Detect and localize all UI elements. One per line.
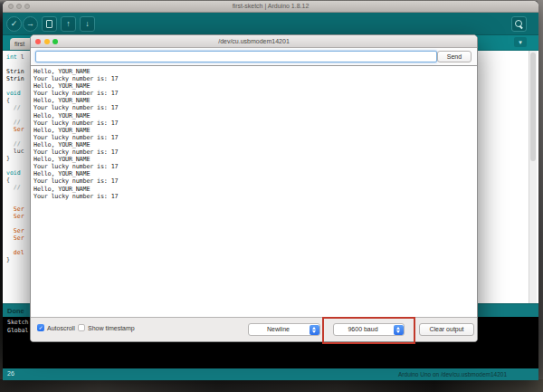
serial-window-title: /dev/cu.usbmodem14201 bbox=[218, 35, 290, 47]
code-line: // bbox=[6, 140, 24, 148]
code-line bbox=[6, 82, 24, 90]
code-line: void bbox=[6, 90, 24, 97]
code-line: // bbox=[6, 119, 24, 126]
code-line: } bbox=[6, 155, 24, 162]
baud-rate-value: 9600 baud bbox=[334, 324, 392, 335]
save-button[interactable]: ↓ bbox=[80, 16, 95, 32]
serial-window-controls[interactable] bbox=[35, 39, 58, 44]
verify-button[interactable]: ✓ bbox=[6, 16, 22, 32]
ide-toolbar: ✓ → ↑ ↓ bbox=[3, 13, 538, 35]
code-line bbox=[6, 61, 24, 68]
serial-output-line: Hello, YOUR_NAME bbox=[33, 156, 477, 163]
editor-scrollbar[interactable] bbox=[529, 51, 537, 303]
magnifier-icon bbox=[515, 20, 524, 29]
document-icon bbox=[46, 20, 52, 28]
code-line bbox=[6, 242, 24, 249]
check-icon: ✓ bbox=[11, 17, 18, 31]
line-ending-value: Newline bbox=[249, 324, 308, 335]
ide-titlebar[interactable]: first-sketch | Arduino 1.8.12 bbox=[3, 1, 538, 13]
serial-output-line: Your lucky number is: 17 bbox=[33, 163, 477, 170]
autoscroll-checkbox[interactable]: ✓ bbox=[37, 324, 44, 331]
code-line: Ser bbox=[6, 206, 24, 213]
serial-output-line: Your lucky number is: 17 bbox=[33, 90, 477, 97]
code-line: { bbox=[6, 97, 24, 104]
baud-rate-dropdown[interactable]: 9600 baud bbox=[333, 323, 405, 336]
serial-titlebar[interactable]: /dev/cu.usbmodem14201 bbox=[31, 35, 477, 48]
board-port-label: Arduino Uno on /dev/cu.usbmodem14201 bbox=[398, 371, 507, 378]
code-line: // bbox=[6, 184, 24, 191]
code-line: Ser bbox=[6, 213, 24, 220]
send-button[interactable]: Send bbox=[437, 51, 472, 62]
code-line bbox=[6, 133, 24, 140]
serial-output-line: Hello, YOUR_NAME bbox=[33, 82, 477, 90]
show-timestamp-checkbox[interactable] bbox=[78, 324, 85, 331]
ide-window-title: first-sketch | Arduino 1.8.12 bbox=[233, 1, 310, 12]
maximize-icon[interactable] bbox=[52, 39, 58, 44]
code-line: del bbox=[6, 249, 24, 256]
code-line: Strin bbox=[6, 68, 24, 75]
code-line bbox=[6, 220, 24, 227]
editor-code: int l StrinStrin void{ // // Ser // luc}… bbox=[6, 53, 24, 263]
serial-output-line: Hello, YOUR_NAME bbox=[33, 68, 477, 75]
serial-output-line: Hello, YOUR_NAME bbox=[33, 141, 477, 148]
serial-output-line: Hello, YOUR_NAME bbox=[33, 112, 477, 120]
serial-input-row: Send bbox=[31, 48, 477, 65]
serial-bottom-bar: ✓ Autoscroll Show timestamp Newline 9600… bbox=[31, 317, 477, 341]
serial-output-line: Hello, YOUR_NAME bbox=[33, 170, 477, 177]
code-line: luc bbox=[6, 148, 24, 155]
code-line: // bbox=[6, 104, 24, 111]
right-arrow-icon: → bbox=[26, 17, 34, 31]
stepper-icon bbox=[394, 325, 404, 335]
serial-output-area[interactable]: Hello, YOUR_NAMEYour lucky number is: 17… bbox=[31, 65, 477, 317]
show-timestamp-label: Show timestamp bbox=[88, 325, 135, 331]
code-line: Ser bbox=[6, 126, 24, 133]
editor-scrollbar-thumb[interactable] bbox=[530, 53, 536, 161]
code-line: } bbox=[6, 256, 24, 263]
status-message: Done bbox=[7, 307, 24, 315]
open-button[interactable]: ↑ bbox=[61, 16, 76, 32]
chevron-down-icon: ▾ bbox=[519, 39, 522, 45]
clear-output-button[interactable]: Clear output bbox=[419, 323, 474, 336]
code-line: int l bbox=[6, 53, 24, 61]
serial-output-line: Your lucky number is: 17 bbox=[33, 134, 477, 141]
tab-menu-button[interactable]: ▾ bbox=[514, 37, 527, 47]
code-line bbox=[6, 162, 24, 169]
code-line: Strin bbox=[6, 75, 24, 82]
serial-output-line: Your lucky number is: 17 bbox=[33, 177, 477, 185]
close-icon[interactable] bbox=[8, 4, 14, 9]
code-line: Ser bbox=[6, 227, 24, 234]
serial-output-line: Hello, YOUR_NAME bbox=[33, 127, 477, 134]
serial-send-input[interactable] bbox=[35, 51, 437, 62]
serial-output-line: Your lucky number is: 17 bbox=[33, 75, 477, 82]
code-line: { bbox=[6, 177, 24, 184]
close-icon[interactable] bbox=[35, 39, 41, 44]
down-arrow-icon: ↓ bbox=[85, 17, 90, 31]
serial-monitor-window: /dev/cu.usbmodem14201 Send Hello, YOUR_N… bbox=[30, 34, 478, 342]
up-arrow-icon: ↑ bbox=[66, 17, 71, 31]
upload-button[interactable]: → bbox=[23, 16, 38, 32]
serial-output-line: Your lucky number is: 17 bbox=[33, 120, 477, 127]
serial-output-line: Hello, YOUR_NAME bbox=[33, 97, 477, 104]
minimize-icon[interactable] bbox=[44, 39, 50, 44]
serial-output-line: Your lucky number is: 17 bbox=[33, 193, 477, 200]
show-timestamp-option[interactable]: Show timestamp bbox=[78, 324, 135, 331]
new-sketch-button[interactable] bbox=[42, 16, 57, 32]
autoscroll-label: Autoscroll bbox=[47, 325, 75, 331]
line-ending-dropdown[interactable]: Newline bbox=[248, 323, 320, 336]
code-line: void bbox=[6, 169, 24, 177]
code-line bbox=[6, 111, 24, 119]
code-line bbox=[6, 191, 24, 198]
autoscroll-option[interactable]: ✓ Autoscroll bbox=[37, 324, 75, 331]
serial-output-line: Hello, YOUR_NAME bbox=[33, 186, 477, 193]
code-line: Ser bbox=[6, 234, 24, 242]
cursor-line-number: 26 bbox=[7, 370, 14, 377]
desktop-wallpaper-bottom bbox=[0, 379, 543, 392]
code-line bbox=[6, 198, 24, 206]
ide-footer: 26 Arduino Uno on /dev/cu.usbmodem14201 bbox=[3, 368, 538, 380]
maximize-icon[interactable] bbox=[24, 4, 30, 9]
ide-window-controls[interactable] bbox=[8, 4, 30, 9]
serial-output-line: Your lucky number is: 17 bbox=[33, 104, 477, 111]
minimize-icon[interactable] bbox=[16, 4, 22, 9]
serial-output-line: Your lucky number is: 17 bbox=[33, 148, 477, 156]
serial-monitor-button[interactable] bbox=[511, 16, 527, 32]
